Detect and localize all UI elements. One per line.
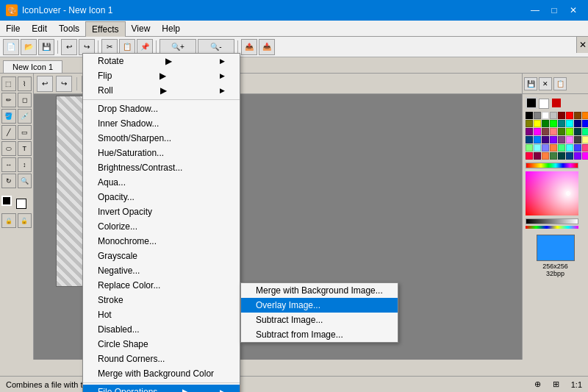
menu-help[interactable]: Help — [156, 21, 186, 36]
eyedropper-tool[interactable]: 💉 — [18, 109, 32, 124]
color-cell[interactable] — [558, 120, 565, 127]
minimize-button[interactable]: — — [526, 3, 544, 18]
close-button[interactable]: ✕ — [564, 3, 582, 18]
menu-circle-shape[interactable]: Circle Shape — [83, 337, 240, 352]
effects-dropdown[interactable]: Rotate ▶ Flip ▶ Roll ▶ Drop Shadow... In… — [82, 53, 240, 392]
eraser-tool[interactable]: ◻ — [18, 93, 32, 107]
current-stroke-color[interactable] — [552, 99, 561, 107]
color-cell[interactable] — [574, 128, 581, 135]
menu-opacity[interactable]: Opacity... — [83, 190, 240, 204]
fg-color[interactable] — [1, 196, 12, 206]
color-picker-area[interactable] — [526, 171, 578, 215]
menu-edit[interactable]: Edit — [26, 21, 53, 36]
menu-view[interactable]: View — [126, 21, 157, 36]
color-cell[interactable] — [542, 128, 549, 135]
menu-negative[interactable]: Negative... — [83, 263, 240, 278]
menu-rotate[interactable]: Rotate ▶ — [83, 54, 240, 68]
close-tab-button[interactable]: ✕ — [576, 37, 588, 53]
gray-slider[interactable] — [526, 218, 578, 224]
color-cell[interactable] — [574, 120, 581, 127]
color-cell[interactable] — [574, 136, 581, 143]
color-cell[interactable] — [542, 120, 549, 127]
color-cell[interactable] — [534, 112, 541, 119]
delete-icon-button[interactable]: ✕ — [539, 77, 552, 90]
mirror-h-tool[interactable]: ↔ — [1, 157, 16, 172]
menu-smooth-sharpen[interactable]: Smooth/Sharpen... — [83, 131, 240, 146]
import-button[interactable]: 📥 — [259, 39, 275, 55]
color-cell[interactable] — [566, 144, 573, 152]
current-fg-color[interactable] — [526, 97, 537, 109]
select-tool[interactable]: ⬚ — [1, 76, 16, 91]
color-cell[interactable] — [574, 112, 581, 119]
color-cell[interactable] — [534, 120, 541, 127]
color-cell[interactable] — [558, 128, 565, 135]
mirror-v-tool[interactable]: ↕ — [18, 157, 32, 172]
line-tool[interactable]: ╱ — [1, 125, 16, 140]
copy-icon-button[interactable]: 📋 — [553, 77, 567, 90]
export-button[interactable]: 📤 — [241, 39, 257, 55]
color-cell[interactable] — [526, 120, 533, 127]
lasso-tool[interactable]: ⌇ — [18, 76, 32, 91]
color-cell[interactable] — [542, 112, 549, 119]
color-cell[interactable] — [526, 128, 533, 135]
color-cell[interactable] — [550, 112, 557, 119]
color-cell[interactable] — [566, 136, 573, 143]
save-icon-button[interactable]: 💾 — [524, 77, 537, 90]
color-cell[interactable] — [526, 144, 533, 152]
menu-drop-shadow[interactable]: Drop Shadow... — [83, 101, 240, 116]
menu-tools[interactable]: Tools — [53, 21, 85, 36]
color-cell[interactable] — [582, 144, 588, 152]
color-cell[interactable] — [566, 112, 573, 119]
unlock-btn[interactable]: 🔓 — [18, 213, 32, 228]
menu-replace-color[interactable]: Replace Color... — [83, 278, 240, 293]
color-cell[interactable] — [534, 152, 541, 160]
rotate-tool[interactable]: ↻ — [1, 174, 16, 188]
menu-stroke[interactable]: Stroke — [83, 293, 240, 307]
color-cell[interactable] — [550, 120, 557, 127]
ellipse-tool[interactable]: ⬭ — [1, 141, 16, 156]
color-cell[interactable] — [542, 144, 549, 152]
menu-aqua[interactable]: Aqua... — [83, 175, 240, 190]
menu-hot[interactable]: Hot — [83, 307, 240, 322]
color-cell[interactable] — [558, 112, 565, 119]
file-ops-dropdown[interactable]: Merge with Background Image... Overlay I… — [240, 282, 398, 343]
color-cell[interactable] — [582, 128, 588, 135]
canvas-tool-2[interactable]: ↪ — [56, 76, 72, 92]
menu-effects[interactable]: Effects — [85, 21, 125, 37]
bg-color[interactable] — [16, 199, 26, 209]
color-cell[interactable] — [566, 128, 573, 135]
menu-merge-background-image[interactable]: Merge with Background Image... — [241, 283, 398, 298]
color-cell[interactable] — [550, 144, 557, 152]
color-cell[interactable] — [582, 152, 588, 160]
color-cell[interactable] — [550, 152, 557, 160]
color-cell[interactable] — [582, 112, 588, 119]
color-cell[interactable] — [566, 120, 573, 127]
color-band[interactable] — [526, 226, 578, 229]
color-cell[interactable] — [582, 120, 588, 127]
menu-inner-shadow[interactable]: Inner Shadow... — [83, 116, 240, 131]
color-cell[interactable] — [566, 152, 573, 160]
menu-roll[interactable]: Roll ▶ — [83, 83, 240, 98]
menu-hue-saturation[interactable]: Hue/Saturation... — [83, 146, 240, 160]
color-cell[interactable] — [574, 152, 581, 160]
current-bg-color[interactable] — [539, 99, 549, 109]
color-cell[interactable] — [550, 136, 557, 143]
menu-overlay-image[interactable]: Overlay Image... — [241, 298, 398, 313]
pencil-tool[interactable]: ✏ — [1, 93, 16, 107]
color-cell[interactable] — [534, 128, 541, 135]
canvas-tool-1[interactable]: ↩ — [37, 76, 53, 92]
new-button[interactable]: 📄 — [3, 39, 19, 55]
menu-round-corners[interactable]: Round Corners... — [83, 352, 240, 366]
menu-file[interactable]: File — [0, 21, 26, 36]
color-cell[interactable] — [534, 136, 541, 143]
undo-button[interactable]: ↩ — [61, 39, 77, 55]
color-cell[interactable] — [526, 136, 533, 143]
menu-file-operations[interactable]: File Operations ▶ — [83, 385, 240, 392]
text-tool[interactable]: T — [18, 141, 32, 156]
color-cell[interactable] — [526, 112, 533, 119]
save-button[interactable]: 💾 — [38, 39, 54, 55]
color-cell[interactable] — [558, 152, 565, 160]
menu-flip[interactable]: Flip ▶ — [83, 68, 240, 83]
fill-tool[interactable]: 🪣 — [1, 109, 16, 124]
maximize-button[interactable]: □ — [545, 3, 563, 18]
